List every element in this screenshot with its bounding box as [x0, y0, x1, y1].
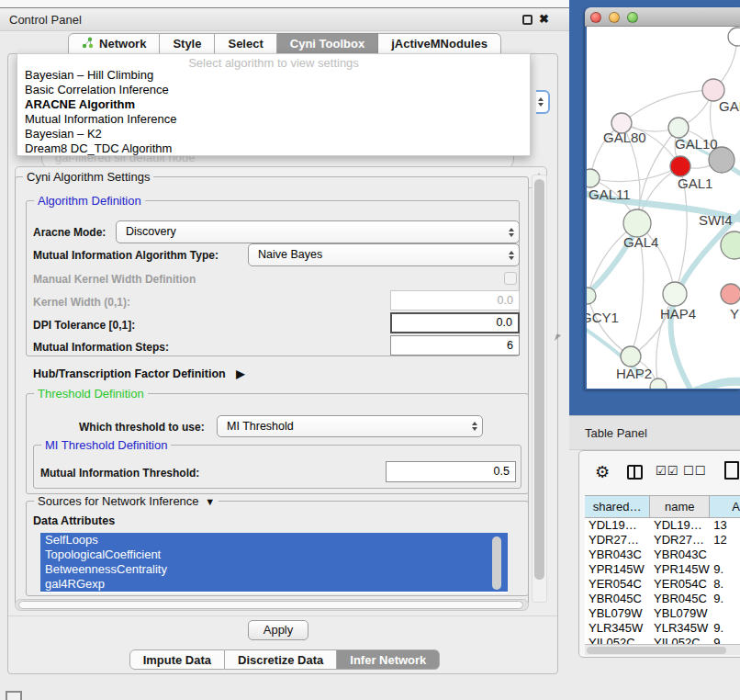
chevron-right-icon: ▶	[236, 367, 244, 380]
tab-impute-data[interactable]: Impute Data	[129, 649, 225, 670]
table-panel-title: Table Panel	[585, 426, 647, 440]
minimize-traffic-light[interactable]	[609, 12, 620, 23]
algorithm-option[interactable]: Basic Correlation Inference	[17, 83, 530, 97]
kernel-width-input[interactable]: 0.0	[390, 290, 520, 310]
algorithm-option[interactable]: Dream8 DC_TDC Algorithm	[17, 141, 530, 156]
document-icon[interactable]	[724, 461, 739, 480]
table-row[interactable]: YBR045CYBR045C9.	[585, 592, 740, 606]
which-threshold-select[interactable]: MI Threshold	[217, 415, 483, 437]
manual-kernel-width-checkbox[interactable]	[504, 272, 517, 285]
mi-steps-label: Mutual Information Steps:	[33, 341, 169, 354]
stepper-arrows-icon	[538, 97, 544, 107]
table-cell: YLR345W	[650, 621, 710, 636]
data-attribute-item[interactable]: SelfLoops	[40, 533, 508, 548]
tab-discretize-data-label: Discretize Data	[238, 653, 323, 667]
table-horizontal-scrollbar-thumb[interactable]	[587, 647, 726, 654]
select-all-icon[interactable]: ☑☑	[656, 464, 678, 478]
table-header-row: shared…nameA	[585, 495, 740, 518]
network-node[interactable]	[623, 209, 651, 237]
mi-algorithm-type-select[interactable]: Naive Bayes	[248, 243, 520, 266]
algorithm-option[interactable]: Bayesian – K2	[17, 127, 530, 141]
focused-combo-fragment[interactable]	[536, 90, 550, 114]
data-attribute-item[interactable]: gal4RGexp	[40, 577, 508, 592]
algorithm-option[interactable]: ARACNE Algorithm	[17, 97, 530, 112]
table-row[interactable]: YBL079WYBL079W	[585, 606, 740, 621]
dpi-tolerance-label: DPI Tolerance [0,1]:	[33, 319, 135, 332]
settings-horizontal-scrollbar-thumb[interactable]	[18, 601, 523, 609]
tab-jactivemnodules[interactable]: jActiveMNodules	[378, 33, 501, 54]
tab-infer-network[interactable]: Infer Network	[337, 649, 440, 670]
apply-button[interactable]: Apply	[248, 620, 308, 640]
network-node-label: HAP2	[616, 366, 652, 381]
sources-group-title: Sources for Network Inference ▼	[34, 494, 219, 508]
network-node[interactable]	[728, 28, 740, 46]
float-window-icon[interactable]	[522, 15, 533, 25]
aracne-mode-select[interactable]: Discovery	[116, 220, 520, 243]
tab-network[interactable]: Network	[68, 33, 160, 54]
settings-horizontal-scrollbar[interactable]	[15, 599, 529, 611]
zoom-traffic-light[interactable]	[627, 12, 638, 23]
table-horizontal-scrollbar[interactable]	[585, 644, 740, 655]
close-icon[interactable]: ✖	[539, 12, 549, 26]
table-row[interactable]: YDR27…YDR27…12	[585, 533, 740, 548]
tab-infer-network-label: Infer Network	[350, 653, 426, 667]
collapsed-panel-grip[interactable]	[6, 691, 22, 700]
network-node[interactable]	[621, 346, 641, 367]
settings-vertical-scrollbar-thumb[interactable]	[534, 179, 544, 580]
mi-threshold-input[interactable]: 0.5	[386, 461, 516, 482]
table-row[interactable]: YDL19…YDL19…13	[585, 518, 740, 533]
close-traffic-light[interactable]	[590, 12, 601, 23]
settings-vertical-scrollbar[interactable]	[532, 175, 547, 603]
which-threshold-label: Which threshold to use:	[79, 421, 205, 434]
table-cell: YER054C	[585, 577, 650, 592]
data-attribute-item[interactable]: BetweennessCentrality	[40, 562, 508, 577]
network-node[interactable]	[668, 118, 689, 138]
network-node-label: GAL1	[678, 175, 712, 191]
table-row[interactable]: YBR043CYBR043C	[585, 548, 740, 562]
split-columns-icon[interactable]	[627, 465, 643, 480]
chevron-down-icon[interactable]: ▼	[202, 496, 215, 507]
network-node[interactable]	[670, 156, 690, 176]
table-column-header[interactable]: name	[650, 496, 710, 517]
network-node[interactable]	[721, 231, 740, 259]
tab-select-label: Select	[228, 37, 263, 51]
table-cell: YBR043C	[585, 548, 650, 562]
network-node[interactable]	[650, 378, 667, 389]
tab-style[interactable]: Style	[160, 33, 215, 54]
stepper-arrows-icon	[509, 228, 514, 237]
network-tab-icon	[82, 37, 94, 51]
table-row[interactable]: YER054CYER054C8.	[585, 577, 740, 592]
algorithm-option[interactable]: Bayesian – Hill Climbing	[17, 68, 530, 83]
settings-gear-icon[interactable]: ⚙	[595, 462, 610, 482]
dpi-tolerance-input[interactable]: 0.0	[390, 312, 520, 333]
hub-definition-toggle[interactable]: Hub/Transcription Factor Definition ▶	[33, 367, 244, 380]
network-node[interactable]	[587, 169, 600, 187]
data-attribute-item[interactable]: TopologicalCoefficient	[40, 548, 508, 562]
network-node[interactable]	[721, 284, 740, 304]
network-window-titlebar[interactable]	[585, 7, 740, 27]
mi-threshold-definition-title: MI Threshold Definition	[41, 438, 171, 452]
application-root: Control Panel ✖ Network Style Select Cyn…	[0, 0, 740, 700]
attributes-scrollbar-thumb[interactable]	[492, 536, 501, 590]
network-node[interactable]	[663, 282, 687, 306]
table-row[interactable]: YIL052CYIL052C9.	[585, 636, 740, 644]
data-attributes-list[interactable]: SelfLoopsTopologicalCoefficientBetweenne…	[40, 533, 508, 593]
table-cell: YBL079W	[650, 606, 710, 621]
table-cell: 13	[710, 518, 740, 533]
table-row[interactable]: YLR345WYLR345W9.	[585, 621, 740, 636]
deselect-all-icon[interactable]: ☐☐	[683, 464, 706, 478]
tab-network-label: Network	[99, 37, 146, 51]
network-node-label: HAP4	[660, 306, 696, 322]
tab-cyni-toolbox[interactable]: Cyni Toolbox	[277, 33, 378, 54]
mi-steps-input[interactable]: 6	[390, 335, 520, 356]
aracne-mode-value: Discovery	[126, 225, 176, 238]
network-canvas[interactable]: GALGAL80GAL10GAL1GAL11SWI4GAL4GCY1HAP4YH…	[587, 27, 740, 389]
table-row[interactable]: YPR145WYPR145W9.	[585, 562, 740, 577]
tab-discretize-data[interactable]: Discretize Data	[225, 649, 337, 670]
algorithm-option[interactable]: Mutual Information Inference	[17, 112, 530, 127]
tab-select[interactable]: Select	[215, 33, 276, 54]
table-column-header[interactable]: shared…	[585, 496, 650, 517]
network-edge	[590, 166, 680, 182]
hub-definition-label: Hub/Transcription Factor Definition	[33, 367, 226, 380]
table-column-header[interactable]: A	[710, 496, 740, 517]
